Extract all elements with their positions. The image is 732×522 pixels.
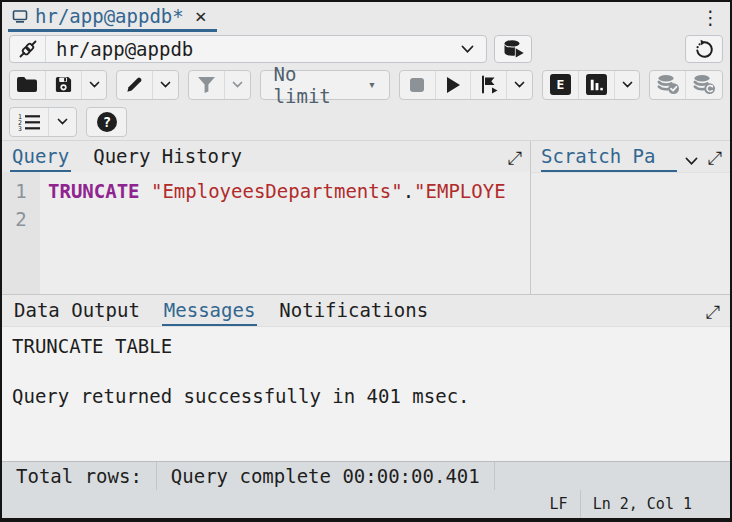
status-row-top: Total rows: Query complete 00:00:00.401: [2, 462, 730, 490]
pencil-icon: [125, 75, 144, 94]
query-tool-tab[interactable]: hr/app@appdb* ×: [8, 3, 217, 32]
main-toolbar: No limit ▾: [2, 66, 730, 103]
execute-group: [399, 70, 533, 100]
limit-value: No limit: [274, 63, 356, 107]
macro-dropdown[interactable]: [49, 108, 76, 136]
edit-options-dropdown[interactable]: [153, 71, 178, 99]
save-icon: [54, 75, 73, 94]
svg-text:3: 3: [18, 125, 22, 131]
commit-button[interactable]: [650, 71, 686, 99]
funnel-icon: [197, 76, 216, 94]
edit-button[interactable]: [117, 71, 153, 99]
help-group: ?: [86, 107, 127, 137]
line-number: 1: [2, 177, 40, 205]
status-bar: Total rows: Query complete 00:00:00.401 …: [2, 461, 730, 518]
explain-button[interactable]: E: [543, 71, 579, 99]
filter-button[interactable]: [189, 71, 225, 99]
tab-query[interactable]: Query: [10, 145, 71, 172]
connection-bar: hr/app@appdb: [2, 32, 730, 66]
chevron-down-icon[interactable]: [449, 45, 486, 54]
query-pane: Query Query History ⤢ 1 2 TRUNCATE "Empl…: [2, 141, 531, 294]
expand-icon[interactable]: ⤢: [706, 301, 720, 326]
file-group: [9, 70, 107, 100]
chevron-down-icon: [89, 81, 100, 89]
connection-select[interactable]: hr/app@appdb: [9, 35, 487, 63]
chevron-down-icon[interactable]: [685, 157, 698, 172]
tab-title: hr/app@appdb*: [35, 5, 184, 27]
close-icon[interactable]: ×: [195, 8, 207, 24]
stop-icon: [410, 78, 424, 92]
chart-icon: [586, 74, 607, 95]
connection-status-plug-icon: [10, 36, 46, 62]
refresh-circle-icon: [694, 39, 715, 60]
editor-split: Query Query History ⤢ 1 2 TRUNCATE "Empl…: [2, 140, 730, 294]
svg-text:?: ?: [102, 114, 110, 130]
numbered-list-icon: 1 2 3: [18, 113, 41, 131]
save-options-dropdown[interactable]: [82, 71, 107, 99]
kebab-menu-icon[interactable]: ⋮: [691, 6, 730, 28]
cursor-position: Ln 2, Col 1: [581, 490, 704, 518]
stop-button[interactable]: [400, 71, 436, 99]
line-number: 2: [2, 205, 40, 233]
help-button[interactable]: ?: [87, 108, 126, 136]
scratch-pad-body[interactable]: [531, 172, 730, 294]
total-rows-label: Total rows:: [2, 462, 157, 490]
document-tab-bar: hr/app@appdb* × ⋮: [2, 2, 730, 32]
monitor-icon: [12, 9, 28, 24]
explain-group: E: [542, 70, 640, 100]
eol-indicator: LF: [538, 490, 581, 518]
expand-icon[interactable]: ⤢: [708, 147, 722, 172]
database-commit-icon: [656, 74, 680, 95]
sql-editor[interactable]: 1 2 TRUNCATE "EmployeesDepartments"."EMP…: [2, 172, 530, 294]
secondary-toolbar: 1 2 3: [2, 103, 730, 140]
chevron-down-icon: [232, 81, 243, 89]
rollback-button[interactable]: [686, 71, 722, 99]
flag-play-icon: [479, 75, 499, 94]
chevron-down-icon: [622, 81, 633, 89]
folder-icon: [16, 76, 38, 93]
filter-group: [188, 70, 251, 100]
query-complete-status: Query complete 00:00:00.401: [157, 462, 495, 490]
edit-group: [116, 70, 179, 100]
new-connection-button[interactable]: [494, 35, 532, 63]
explain-analyze-button[interactable]: [579, 71, 615, 99]
play-icon: [445, 76, 461, 94]
output-panel-header: Data Output Messages Notifications ⤢: [2, 294, 730, 326]
tab-query-history[interactable]: Query History: [91, 145, 244, 172]
chevron-down-icon: [514, 81, 525, 89]
expand-icon[interactable]: ⤢: [508, 147, 522, 172]
macro-button[interactable]: 1 2 3: [10, 108, 49, 136]
execute-dropdown[interactable]: [507, 71, 532, 99]
messages-text: TRUNCATE TABLE Query returned successful…: [2, 326, 730, 461]
line-number-gutter: 1 2: [2, 172, 40, 294]
filter-options-dropdown[interactable]: [225, 71, 250, 99]
chevron-down-icon: [57, 118, 68, 126]
scratch-pad-header: Scratch Pa ⤢: [531, 141, 730, 172]
dropdown-arrow-icon: ▾: [368, 77, 376, 92]
database-arrow-icon: [502, 39, 525, 59]
database-rollback-icon: [692, 74, 716, 95]
tab-data-output[interactable]: Data Output: [12, 299, 142, 326]
transaction-group: [649, 70, 723, 100]
connection-status-button[interactable]: [685, 35, 723, 63]
query-tool-window: hr/app@appdb* × ⋮ hr/app@appdb: [0, 0, 732, 522]
open-file-button[interactable]: [10, 71, 46, 99]
code-line: TRUNCATE "EmployeesDepartments"."EMPLOYE: [48, 177, 530, 205]
execute-button[interactable]: [436, 71, 472, 99]
chevron-down-icon: [160, 81, 171, 89]
macro-group: 1 2 3: [9, 107, 77, 137]
query-pane-header: Query Query History ⤢: [2, 141, 530, 172]
status-row-bottom: LF Ln 2, Col 1: [2, 490, 730, 518]
tab-messages[interactable]: Messages: [162, 299, 258, 326]
save-file-button[interactable]: [46, 71, 82, 99]
connection-value: hr/app@appdb: [46, 38, 449, 60]
execute-options-button[interactable]: [471, 71, 507, 99]
question-mark-icon: ?: [96, 111, 118, 133]
explain-dropdown[interactable]: [615, 71, 640, 99]
scratch-pad-pane: Scratch Pa ⤢: [531, 141, 730, 294]
scratch-pad-title[interactable]: Scratch Pa: [541, 145, 677, 172]
explain-icon: E: [550, 74, 571, 95]
tab-notifications[interactable]: Notifications: [277, 299, 430, 326]
code-area[interactable]: TRUNCATE "EmployeesDepartments"."EMPLOYE: [40, 172, 530, 294]
row-limit-select[interactable]: No limit ▾: [260, 70, 390, 100]
